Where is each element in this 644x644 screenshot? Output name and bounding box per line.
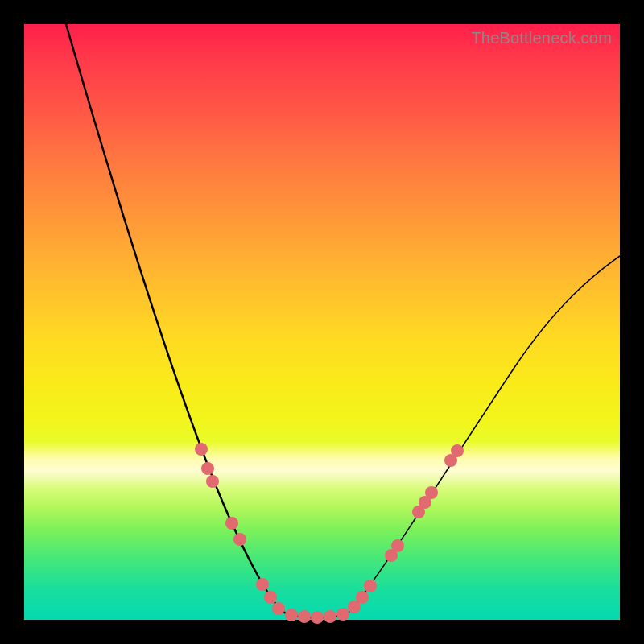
dot [324, 610, 336, 623]
dot [195, 443, 208, 456]
dot [201, 462, 214, 475]
dot [451, 444, 464, 457]
dot [311, 611, 324, 624]
dot [336, 608, 349, 621]
bottleneck-curve [24, 24, 620, 620]
dot [206, 475, 219, 488]
dot [285, 609, 298, 621]
curve-left-branch [66, 24, 286, 613]
dot [272, 602, 285, 615]
dot [233, 533, 246, 546]
dot [425, 486, 438, 499]
dot [298, 610, 311, 623]
dot [391, 539, 404, 552]
dot [264, 591, 277, 604]
plot-area: TheBottleneck.com [24, 24, 620, 620]
dot [356, 591, 369, 604]
dot [256, 578, 269, 591]
chart-frame: TheBottleneck.com [0, 0, 644, 644]
dot [225, 517, 238, 530]
dot [364, 580, 377, 592]
marker-dots [195, 443, 464, 624]
